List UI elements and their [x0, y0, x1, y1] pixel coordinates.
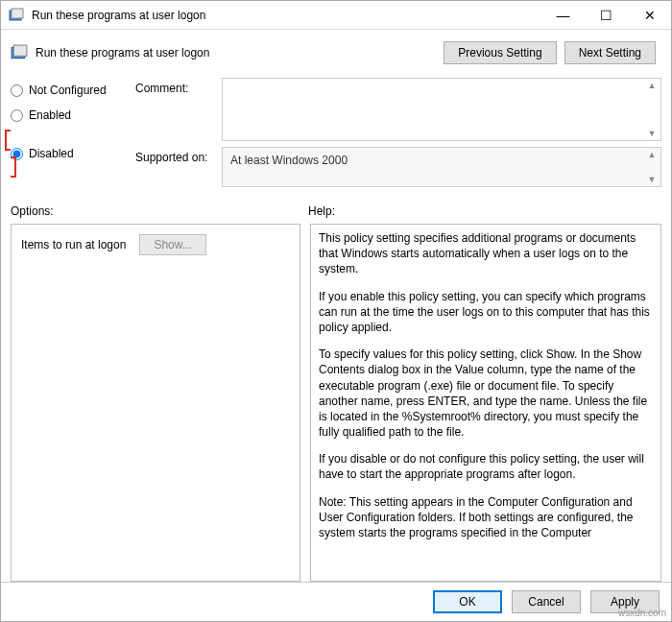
lower-panels: Items to run at logon Show... This polic…	[1, 224, 671, 582]
state-radios: Not Configured Enabled Disabled	[11, 78, 135, 193]
footer-buttons: OK Cancel Apply	[1, 582, 671, 621]
svg-rect-1	[12, 9, 23, 18]
scroll-arrows: ▲▼	[645, 81, 659, 138]
policy-icon	[11, 44, 28, 61]
help-text: Note: This setting appears in the Comput…	[319, 494, 653, 541]
policy-window: Run these programs at user logon — ☐ ✕ R…	[0, 0, 672, 622]
supported-label: Supported on:	[135, 147, 222, 164]
comment-textarea[interactable]: ▲▼	[222, 78, 661, 141]
header-text: Run these programs at user logon	[36, 46, 444, 60]
section-labels: Options: Help:	[1, 193, 671, 224]
titlebar: Run these programs at user logon — ☐ ✕	[1, 1, 671, 30]
radio-disabled-input[interactable]	[11, 148, 23, 160]
help-text: To specify values for this policy settin…	[319, 347, 653, 440]
chevron-up-icon[interactable]: ▲	[645, 150, 659, 159]
radio-not-configured[interactable]: Not Configured	[11, 84, 135, 97]
watermark: wsxdn.com	[618, 608, 666, 618]
fields-col: Comment: ▲▼ Supported on: At least Windo…	[135, 78, 661, 193]
next-setting-button[interactable]: Next Setting	[564, 41, 656, 64]
options-label: Options:	[11, 204, 308, 218]
header-row: Run these programs at user logon Previou…	[1, 30, 671, 72]
items-to-run-label: Items to run at logon	[21, 238, 126, 251]
help-panel[interactable]: This policy setting specifies additional…	[310, 224, 661, 582]
maximize-button[interactable]: ☐	[585, 1, 628, 29]
minimize-button[interactable]: —	[541, 1, 585, 29]
show-button[interactable]: Show...	[139, 234, 205, 255]
chevron-up-icon[interactable]: ▲	[645, 81, 659, 90]
radio-enabled[interactable]: Enabled	[11, 108, 135, 122]
radio-label: Disabled	[29, 147, 74, 160]
radio-label: Not Configured	[29, 84, 107, 97]
previous-setting-button[interactable]: Previous Setting	[444, 41, 556, 64]
radio-enabled-input[interactable]	[11, 109, 23, 122]
help-text: This policy setting specifies additional…	[319, 230, 653, 277]
chevron-down-icon[interactable]: ▼	[645, 129, 659, 138]
chevron-down-icon[interactable]: ▼	[645, 175, 659, 184]
scroll-arrows: ▲▼	[645, 150, 659, 184]
supported-text: At least Windows 2000	[223, 148, 660, 173]
comment-label: Comment:	[135, 78, 222, 95]
radio-label: Enabled	[29, 108, 71, 122]
radio-not-configured-input[interactable]	[11, 84, 23, 97]
help-text: If you enable this policy setting, you c…	[319, 289, 653, 336]
close-button[interactable]: ✕	[628, 1, 671, 29]
svg-rect-3	[13, 45, 27, 56]
options-panel: Items to run at logon Show...	[11, 224, 300, 582]
ok-button[interactable]: OK	[433, 590, 502, 613]
radio-disabled[interactable]: Disabled	[11, 147, 135, 160]
help-text: If you disable or do not configure this …	[319, 451, 653, 482]
window-controls: — ☐ ✕	[541, 1, 671, 29]
config-area: Not Configured Enabled Disabled Comment:…	[1, 72, 671, 193]
policy-icon	[9, 8, 24, 23]
disabled-highlight: Disabled	[5, 130, 135, 178]
cancel-button[interactable]: Cancel	[512, 590, 581, 613]
title-text: Run these programs at user logon	[32, 9, 541, 22]
supported-box: At least Windows 2000 ▲▼	[222, 147, 661, 187]
help-label: Help:	[308, 204, 335, 218]
